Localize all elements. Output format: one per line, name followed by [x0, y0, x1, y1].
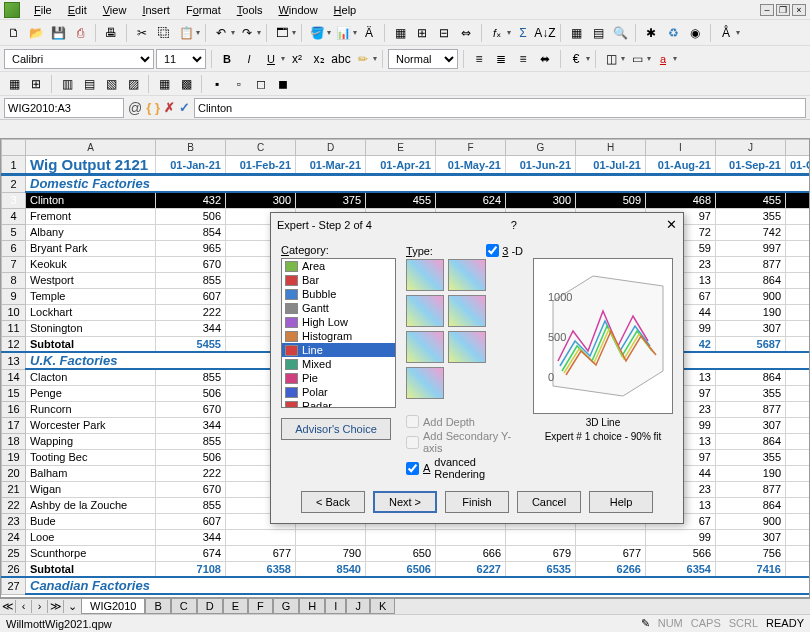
shapes-icon[interactable]: ◫: [601, 49, 621, 69]
chart-type-thumb[interactable]: [406, 367, 444, 399]
row-header[interactable]: 18: [2, 433, 26, 449]
menu-view[interactable]: View: [95, 2, 135, 18]
dt9-icon[interactable]: ▪: [207, 74, 227, 94]
align-right-icon[interactable]: ≡: [513, 49, 533, 69]
save-icon[interactable]: 💾: [48, 23, 68, 43]
sheet-tab[interactable]: G: [273, 599, 300, 614]
table-row[interactable]: 3Clinton432300375455624300509468455: [2, 192, 811, 208]
menu-file[interactable]: File: [26, 2, 60, 18]
row-header[interactable]: 6: [2, 240, 26, 256]
row-header[interactable]: 17: [2, 417, 26, 433]
cancel-edit-icon[interactable]: ✗: [164, 100, 175, 115]
back-button[interactable]: < Back: [301, 491, 365, 513]
strike-icon[interactable]: abc: [331, 49, 351, 69]
row-header[interactable]: 21: [2, 481, 26, 497]
row-header[interactable]: 20: [2, 465, 26, 481]
row-header[interactable]: 22: [2, 497, 26, 513]
category-item[interactable]: High Low: [282, 315, 395, 329]
tool1-icon[interactable]: ✱: [641, 23, 661, 43]
sheet-tab[interactable]: H: [299, 599, 325, 614]
bold-icon[interactable]: B: [217, 49, 237, 69]
menu-edit[interactable]: Edit: [60, 2, 95, 18]
col-header[interactable]: B: [156, 140, 226, 156]
confirm-edit-icon[interactable]: ✓: [179, 100, 190, 115]
row-header[interactable]: 7: [2, 256, 26, 272]
redo-icon[interactable]: ↷: [237, 23, 257, 43]
dialog-close-icon[interactable]: ✕: [666, 217, 677, 232]
window-restore[interactable]: ❐: [776, 4, 790, 16]
col-header[interactable]: F: [436, 140, 506, 156]
sheet-tab-active[interactable]: WIG2010: [81, 599, 145, 614]
menu-window[interactable]: Window: [270, 2, 325, 18]
category-item[interactable]: Bar: [282, 273, 395, 287]
copy-icon[interactable]: ⿻: [154, 23, 174, 43]
sub-icon[interactable]: x₂: [309, 49, 329, 69]
dt10-icon[interactable]: ▫: [229, 74, 249, 94]
fill-icon[interactable]: 🪣: [307, 23, 327, 43]
dialog-help-icon[interactable]: ?: [511, 219, 517, 231]
category-item[interactable]: Mixed: [282, 357, 395, 371]
col-header[interactable]: C: [226, 140, 296, 156]
menu-insert[interactable]: Insert: [134, 2, 178, 18]
sheet-tab[interactable]: J: [346, 599, 370, 614]
select-all[interactable]: [2, 140, 26, 156]
cell-reference-input[interactable]: [4, 98, 124, 118]
row-header[interactable]: 16: [2, 401, 26, 417]
perfect-icon[interactable]: Å: [716, 23, 736, 43]
chart-type-thumb[interactable]: [406, 295, 444, 327]
section-canadian[interactable]: Canadian Factories: [26, 577, 811, 594]
underline-icon[interactable]: U: [261, 49, 281, 69]
sheet-tab[interactable]: K: [370, 599, 395, 614]
textcolor-icon[interactable]: a: [653, 49, 673, 69]
col-header[interactable]: J: [716, 140, 786, 156]
sheet-tab[interactable]: D: [197, 599, 223, 614]
row-header[interactable]: 12: [2, 336, 26, 352]
row-header[interactable]: 26: [2, 561, 26, 577]
dt4-icon[interactable]: ▤: [79, 74, 99, 94]
grid1-icon[interactable]: ▦: [566, 23, 586, 43]
col-header[interactable]: D: [296, 140, 366, 156]
dt6-icon[interactable]: ▨: [123, 74, 143, 94]
row-header[interactable]: 15: [2, 385, 26, 401]
category-item[interactable]: Histogram: [282, 329, 395, 343]
tab-next[interactable]: ›: [32, 600, 48, 613]
sheet-tab[interactable]: B: [145, 599, 170, 614]
category-item[interactable]: Pie: [282, 371, 395, 385]
row-header[interactable]: 3: [2, 192, 26, 208]
section-domestic[interactable]: Domestic Factories: [26, 175, 811, 193]
super-icon[interactable]: x²: [287, 49, 307, 69]
window-close[interactable]: ×: [792, 4, 806, 16]
font-name-select[interactable]: Calibri: [4, 49, 154, 69]
dt2-icon[interactable]: ⊞: [26, 74, 46, 94]
tab-menu[interactable]: ⌄: [64, 600, 81, 613]
cut-icon[interactable]: ✂: [132, 23, 152, 43]
align-left-icon[interactable]: ≡: [469, 49, 489, 69]
dt12-icon[interactable]: ◼: [273, 74, 293, 94]
tab-prev[interactable]: ‹: [16, 600, 32, 613]
fit-icon[interactable]: ⇔: [456, 23, 476, 43]
highlight-icon[interactable]: ✏: [353, 49, 373, 69]
sort-icon[interactable]: A↓Z: [535, 23, 555, 43]
row-header[interactable]: 27: [2, 577, 26, 594]
chart-type-thumb[interactable]: [448, 259, 486, 291]
tab-first[interactable]: ≪: [0, 600, 16, 613]
next-button[interactable]: Next >: [373, 491, 437, 513]
checkbox-3d[interactable]: 3-D: [486, 244, 523, 257]
col-header[interactable]: H: [576, 140, 646, 156]
zoom-icon[interactable]: 🔍: [610, 23, 630, 43]
col-header[interactable]: G: [506, 140, 576, 156]
col-header[interactable]: A: [26, 140, 156, 156]
sheet-tab[interactable]: C: [171, 599, 197, 614]
row-header[interactable]: 2: [2, 175, 26, 193]
paste-icon[interactable]: 📋: [176, 23, 196, 43]
category-item[interactable]: Radar: [282, 399, 395, 408]
category-item[interactable]: Area: [282, 259, 395, 273]
chart-type-thumb[interactable]: [448, 331, 486, 363]
category-item[interactable]: Bubble: [282, 287, 395, 301]
window-minimize[interactable]: –: [760, 4, 774, 16]
col-header[interactable]: I: [646, 140, 716, 156]
tool2-icon[interactable]: ♻: [663, 23, 683, 43]
chart-type-thumb[interactable]: [448, 295, 486, 327]
dt7-icon[interactable]: ▦: [154, 74, 174, 94]
menu-help[interactable]: Help: [326, 2, 365, 18]
